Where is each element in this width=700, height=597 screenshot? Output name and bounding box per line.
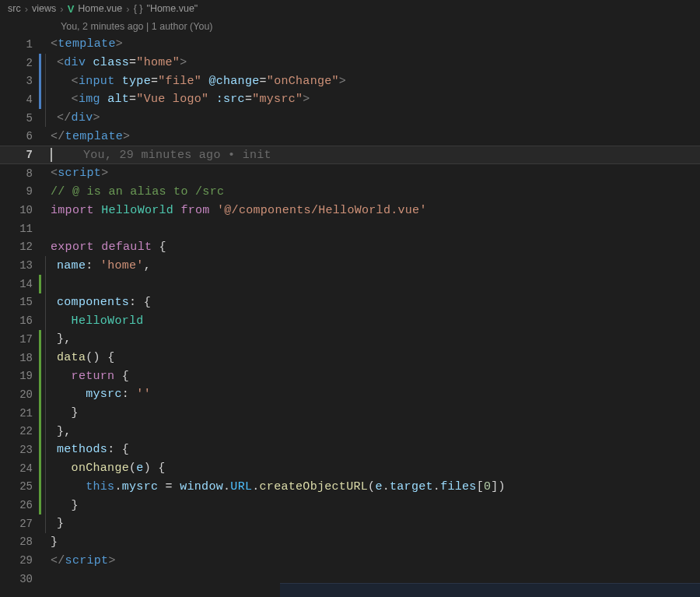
line-number: 1 (0, 38, 39, 51)
line-number: 26 (0, 499, 39, 511)
code-line[interactable]: 28 } (0, 533, 700, 552)
line-number: 14 (0, 278, 39, 290)
breadcrumb-seg[interactable]: src (8, 3, 21, 14)
code-line[interactable]: 16 HelloWorld (0, 311, 700, 330)
code-line[interactable]: 25 this.mysrc = window.URL.createObjectU… (0, 478, 700, 497)
chevron-right-icon: › (60, 3, 63, 15)
code-line[interactable]: 11 (0, 219, 700, 238)
breadcrumbs[interactable]: src › views › V Home.vue › { } "Home.vue… (0, 0, 700, 17)
line-number: 7 (0, 149, 39, 161)
git-added-marker (39, 441, 41, 459)
git-added-marker (39, 459, 41, 478)
code-line[interactable]: 24 onChange(e) { (0, 459, 700, 478)
line-number: 28 (0, 536, 39, 548)
git-lens-inline: You, 29 minutes ago • init (52, 149, 271, 162)
line-number: 15 (0, 296, 39, 308)
line-number: 19 (0, 370, 39, 382)
line-number: 3 (0, 75, 39, 87)
git-added-marker (39, 385, 41, 404)
git-added-marker (39, 330, 41, 349)
git-blame-annotation: You, 2 minutes ago | 1 author (You) (0, 17, 700, 35)
braces-icon: { } (134, 3, 143, 14)
chevron-right-icon: › (25, 3, 28, 15)
code-line[interactable]: 15 components: { (0, 293, 700, 312)
line-number: 18 (0, 352, 39, 364)
code-line[interactable]: 10 import HelloWorld from '@/components/… (0, 201, 700, 219)
code-line[interactable]: 29 </script> (0, 551, 700, 570)
breadcrumb-seg[interactable]: Home.vue (78, 3, 122, 14)
code-line[interactable]: 18 data() { (0, 349, 700, 367)
code-line[interactable]: 1 <template> (0, 35, 700, 54)
code-line[interactable]: 4 <img alt="Vue logo" :src="mysrc"> (0, 90, 700, 109)
bottom-panel[interactable] (280, 583, 700, 597)
code-line[interactable]: 17 }, (0, 330, 700, 349)
code-line[interactable]: 12 export default { (0, 238, 700, 257)
code-line[interactable]: 27 } (0, 514, 700, 533)
code-line[interactable]: 20 mysrc: '' (0, 385, 700, 404)
line-number: 20 (0, 388, 39, 401)
line-number: 2 (0, 57, 39, 69)
line-number: 5 (0, 112, 39, 125)
code-line-current[interactable]: 7 You, 29 minutes ago • init (0, 146, 700, 164)
git-added-marker (39, 422, 41, 441)
line-number: 27 (0, 518, 39, 530)
breadcrumb-seg[interactable]: "Home.vue" (146, 3, 198, 14)
code-line[interactable]: 6 </template> (0, 127, 700, 146)
line-number: 12 (0, 241, 39, 253)
code-line[interactable]: 8 <script> (0, 164, 700, 183)
code-line[interactable]: 23 methods: { (0, 441, 700, 459)
code-line[interactable]: 9 // @ is an alias to /src (0, 183, 700, 202)
line-number: 17 (0, 333, 39, 346)
line-number: 6 (0, 130, 39, 142)
line-number: 16 (0, 314, 39, 327)
chevron-right-icon: › (126, 3, 129, 15)
line-number: 9 (0, 185, 39, 198)
git-modified-marker (39, 90, 41, 109)
git-added-marker (39, 275, 41, 293)
code-line[interactable]: 2 <div class="home"> (0, 54, 700, 72)
line-number: 4 (0, 93, 39, 106)
git-added-marker (39, 349, 41, 367)
line-number: 8 (0, 167, 39, 180)
git-modified-marker (39, 72, 41, 90)
git-modified-marker (39, 54, 41, 72)
code-line[interactable]: 13 name: 'home', (0, 256, 700, 275)
line-number: 30 (0, 573, 39, 585)
code-line[interactable]: 3 <input type="file" @change="onChange"> (0, 72, 700, 90)
code-line[interactable]: 5 </div> (0, 109, 700, 128)
code-line[interactable]: 26 } (0, 496, 700, 514)
code-line[interactable]: 19 return { (0, 367, 700, 385)
code-line[interactable]: 22 }, (0, 422, 700, 441)
line-number: 10 (0, 204, 39, 216)
git-added-marker (39, 367, 41, 385)
line-number: 24 (0, 462, 39, 475)
line-number: 29 (0, 554, 39, 567)
line-number: 11 (0, 223, 39, 235)
breadcrumb-seg[interactable]: views (32, 3, 56, 14)
git-added-marker (39, 478, 41, 497)
git-added-marker (39, 496, 41, 514)
vue-icon: V (68, 3, 75, 15)
git-added-marker (39, 404, 41, 423)
line-number: 25 (0, 480, 39, 493)
code-line[interactable]: 14 (0, 275, 700, 293)
code-editor[interactable]: 1 <template> 2 <div class="home"> 3 <inp… (0, 35, 700, 588)
line-number: 22 (0, 425, 39, 437)
line-number: 13 (0, 259, 39, 272)
line-number: 23 (0, 444, 39, 456)
line-number: 21 (0, 407, 39, 420)
code-line[interactable]: 21 } (0, 404, 700, 423)
